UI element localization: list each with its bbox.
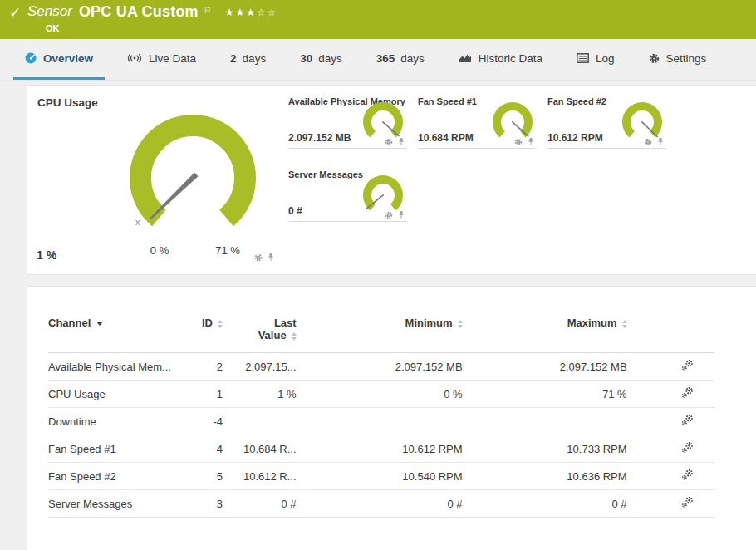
channel-id-cell: 4 xyxy=(198,435,243,463)
tab-unit: days xyxy=(318,52,342,65)
tab-log[interactable]: Log xyxy=(565,39,626,80)
channel-name-cell: Fan Speed #1 xyxy=(48,435,198,463)
gear-icon[interactable] xyxy=(385,211,393,219)
last-value-cell: 10.684 R... xyxy=(243,435,317,463)
pin-icon[interactable] xyxy=(656,137,665,146)
last-value-cell: 10.612 R... xyxy=(243,463,317,490)
sensor-title-block: Sensor OPC UA Custom ⚐ ★★★☆☆ OK xyxy=(27,2,277,33)
maximum-cell: 0 # xyxy=(484,490,648,518)
gauge-scale-min: 0 % xyxy=(136,244,183,257)
channel-id-cell: -4 xyxy=(198,408,243,435)
sort-arrows-icon xyxy=(218,320,223,328)
channel-settings-gears-icon[interactable] xyxy=(681,386,694,399)
tab-overview[interactable]: Overview xyxy=(13,39,105,80)
sort-arrows-icon xyxy=(622,320,627,328)
sort-arrows-icon xyxy=(458,320,463,328)
tab-historic-data[interactable]: Historic Data xyxy=(447,39,554,80)
gauge-current-value: 2.097.152 MB xyxy=(288,132,351,144)
maximum-cell: 10.636 RPM xyxy=(484,463,648,490)
gauge-title: Fan Speed #1 xyxy=(418,96,477,106)
pin-icon[interactable] xyxy=(527,137,535,146)
pin-icon[interactable] xyxy=(397,210,405,219)
stars-filled: ★★★ xyxy=(225,7,257,18)
tab-number: 365 xyxy=(376,52,395,65)
channel-settings-gears-icon[interactable] xyxy=(681,359,694,371)
tab-label: Overview xyxy=(43,52,93,65)
channels-panel: Channel ID Last Value Minimum Maximum xyxy=(27,286,756,550)
area-chart-icon xyxy=(459,53,472,63)
gear-icon[interactable] xyxy=(644,138,652,146)
channel-name-cell: Server Messages xyxy=(48,490,198,518)
gauge-icon xyxy=(25,52,37,64)
column-header-actions xyxy=(648,310,714,353)
table-row: Available Physical Mem... 2 2.097.15... … xyxy=(48,353,714,381)
log-list-icon xyxy=(577,53,589,63)
gear-icon[interactable] xyxy=(514,138,523,146)
object-kind-label: Sensor xyxy=(27,2,72,22)
gear-icon[interactable] xyxy=(254,253,263,262)
tab-number: 2 xyxy=(230,52,237,65)
last-value-cell: 1 % xyxy=(243,381,317,408)
minimum-cell: 0 % xyxy=(317,381,484,408)
table-row: Server Messages 3 0 # 0 # 0 # xyxy=(48,490,714,518)
table-row: Fan Speed #2 5 10.612 R... 10.540 RPM 10… xyxy=(48,463,714,490)
cpu-usage-gauge xyxy=(122,113,263,238)
column-header-maximum[interactable]: Maximum xyxy=(484,310,648,353)
channel-settings-gears-icon[interactable] xyxy=(681,414,694,426)
column-header-channel[interactable]: Channel xyxy=(48,310,198,353)
last-value-cell xyxy=(243,408,317,435)
minimum-cell: 10.540 RPM xyxy=(317,463,484,490)
tab-unit: days xyxy=(400,52,425,65)
tab-live-data[interactable]: Live Data xyxy=(115,39,208,80)
tab-30-days[interactable]: 30days xyxy=(288,39,354,80)
gauge-title: Server Messages xyxy=(288,169,363,179)
gauge-cell-fan-speed-1: Fan Speed #1 10.684 RPM xyxy=(418,92,537,165)
minimum-cell: 2.097.152 MB xyxy=(317,353,484,381)
gauge-scale-max: 71 % xyxy=(204,244,251,257)
gauge-current-value: 1 % xyxy=(37,248,56,262)
channels-table: Channel ID Last Value Minimum Maximum xyxy=(48,310,714,518)
last-value-cell: 2.097.15... xyxy=(243,353,317,381)
table-header-row: Channel ID Last Value Minimum Maximum xyxy=(48,310,714,353)
gauge-current-value: 10.684 RPM xyxy=(418,132,474,144)
gauge-cell-available-physical-memory: Available Physical Memory 2.097.152 MB xyxy=(288,92,407,165)
channel-id-cell: 2 xyxy=(198,353,243,381)
broadcast-icon xyxy=(127,53,142,63)
channel-name-cell: Downtime xyxy=(48,408,198,435)
pin-icon[interactable] xyxy=(397,137,405,146)
channel-settings-gears-icon[interactable] xyxy=(681,496,694,508)
channel-settings-gears-icon[interactable] xyxy=(681,441,694,454)
channel-name-cell: Available Physical Mem... xyxy=(48,353,198,381)
sort-caret-icon xyxy=(96,322,103,326)
channel-id-cell: 5 xyxy=(198,463,243,490)
pin-icon[interactable] xyxy=(267,253,275,262)
gauge-title: CPU Usage xyxy=(37,96,98,109)
column-header-last-value[interactable]: Last Value xyxy=(243,310,317,353)
priority-flag-icon[interactable]: ⚐ xyxy=(204,1,212,21)
minimum-cell xyxy=(317,408,484,435)
gear-icon[interactable] xyxy=(385,138,393,146)
column-header-minimum[interactable]: Minimum xyxy=(317,310,484,353)
channel-id-cell: 3 xyxy=(198,490,243,518)
gauge-cell-cpu-usage: CPU Usage x̄ 0 % 71 % 1 % xyxy=(27,86,283,274)
channel-name-cell: Fan Speed #2 xyxy=(48,463,198,490)
priority-stars[interactable]: ★★★☆☆ xyxy=(225,2,278,22)
tab-label: Settings xyxy=(666,52,707,65)
tab-label: Log xyxy=(596,52,615,65)
gauge-current-value: 0 # xyxy=(288,205,302,217)
tab-settings[interactable]: Settings xyxy=(637,39,719,80)
channel-name-cell: CPU Usage xyxy=(48,381,198,408)
channel-settings-gears-icon[interactable] xyxy=(681,469,694,481)
gauge-current-value: 10.612 RPM xyxy=(547,132,603,144)
sensor-status-text: OK xyxy=(46,23,277,33)
table-row: CPU Usage 1 1 % 0 % 71 % xyxy=(48,381,714,408)
average-marker: x̄ xyxy=(135,217,140,227)
tab-number: 30 xyxy=(300,52,312,65)
sort-arrows-icon xyxy=(292,332,297,341)
tab-2-days[interactable]: 2days xyxy=(218,39,277,80)
small-gauges-grid: Available Physical Memory 2.097.152 MB F… xyxy=(288,92,666,238)
column-header-id[interactable]: ID xyxy=(198,310,243,353)
gear-icon xyxy=(649,53,660,64)
gauge-cell-fan-speed-2: Fan Speed #2 10.612 RPM xyxy=(547,92,666,165)
tab-365-days[interactable]: 365days xyxy=(365,39,436,80)
